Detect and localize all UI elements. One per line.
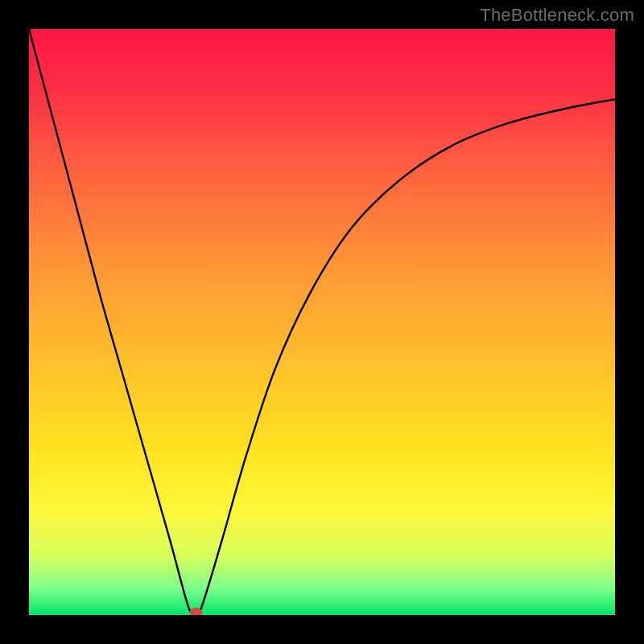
chart-frame: TheBottleneck.com: [0, 0, 644, 644]
chart-svg: [29, 29, 615, 615]
watermark-text: TheBottleneck.com: [480, 5, 634, 26]
plot-area: [29, 29, 615, 615]
